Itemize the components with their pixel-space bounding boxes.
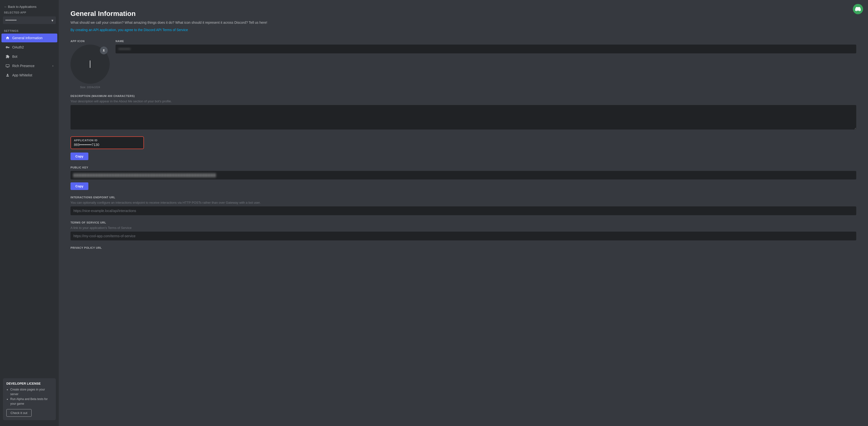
application-id-highlighted-box: APPLICATION ID 869••••••••••7130 — [70, 136, 144, 149]
discord-avatar-icon[interactable] — [853, 4, 863, 14]
sidebar-item-label: General Information — [12, 36, 42, 40]
page-title: General Information — [70, 10, 856, 18]
name-field-label: NAME — [116, 40, 856, 42]
tos-url-input[interactable] — [70, 232, 856, 240]
application-id-value: 869••••••••••7130 — [74, 143, 141, 147]
public-key-value: ████████████████████████████████████████… — [70, 171, 856, 179]
sidebar-item-oauth2[interactable]: OAuth2 — [1, 43, 57, 52]
license-item-2: Run Alpha and Beta tests for your game — [10, 397, 52, 406]
developer-license-list: Create store pages in your server Run Al… — [6, 387, 52, 406]
privacy-policy-section: PRIVACY POLICY URL — [70, 246, 856, 249]
application-id-section: APPLICATION ID 869••••••••••7130 Copy — [70, 136, 856, 160]
sidebar-item-label: OAuth2 — [12, 45, 24, 49]
back-to-applications-link[interactable]: ← Back to Applications — [0, 3, 59, 10]
text-cursor — [90, 60, 90, 68]
tos-link[interactable]: By creating an API application, you agre… — [70, 28, 188, 32]
name-section: NAME •••••••••• — [116, 40, 856, 53]
developer-license-title: DEVELOPER LICENSE — [6, 382, 52, 385]
application-id-label: APPLICATION ID — [74, 139, 141, 142]
sidebar-item-rich-presence[interactable]: Rich Presence › — [1, 61, 57, 70]
home-icon — [5, 36, 10, 40]
app-icon-size-label: Size: 1024x1024 — [80, 86, 100, 89]
developer-license-box: DEVELOPER LICENSE Create store pages in … — [3, 378, 56, 420]
app-icon-label: APP ICON — [70, 40, 85, 42]
app-icon-section: APP ICON Size: 1024x1024 — [70, 40, 110, 89]
license-item-1: Create store pages in your server — [10, 387, 52, 397]
person-icon — [5, 73, 10, 78]
app-selector[interactable]: •••••••••• — [3, 17, 56, 24]
app-icon-upload-area[interactable] — [70, 44, 110, 84]
monitor-icon — [5, 64, 10, 68]
interactions-endpoint-label: INTERACTIONS ENDPOINT URL — [70, 196, 856, 199]
copy-application-id-button[interactable]: Copy — [70, 153, 88, 160]
tos-url-hint: A link to your application's Terms of Se… — [70, 226, 856, 230]
sidebar-item-label: Rich Presence — [12, 64, 34, 68]
description-section: DESCRIPTION (MAXIMUM 400 CHARACTERS) You… — [70, 94, 856, 130]
puzzle-icon — [5, 54, 10, 59]
sidebar-item-general-information[interactable]: General Information — [1, 34, 57, 42]
interactions-endpoint-input[interactable] — [70, 206, 856, 215]
tos-url-section: TERMS OF SERVICE URL A link to your appl… — [70, 221, 856, 240]
sidebar-item-label: App Whitelist — [12, 73, 32, 77]
copy-public-key-button[interactable]: Copy — [70, 182, 88, 190]
app-selector-wrapper: •••••••••• — [3, 17, 56, 24]
page-subtitle: What should we call your creation? What … — [70, 20, 856, 25]
description-hint: Your description will appear in the Abou… — [70, 99, 856, 103]
public-key-section: PUBLIC KEY █████████████████████████████… — [70, 166, 856, 190]
privacy-policy-label: PRIVACY POLICY URL — [70, 246, 856, 249]
sidebar-item-label: Bot — [12, 55, 18, 59]
description-label: DESCRIPTION (MAXIMUM 400 CHARACTERS) — [70, 94, 856, 97]
name-field-blurred: •••••••••• — [116, 44, 856, 53]
public-key-label: PUBLIC KEY — [70, 166, 856, 169]
key-icon — [5, 45, 10, 50]
tos-url-label: TERMS OF SERVICE URL — [70, 221, 856, 224]
selected-app-label: SELECTED APP — [0, 10, 59, 16]
sidebar-item-app-whitelist[interactable]: App Whitelist — [1, 71, 57, 80]
check-it-out-button[interactable]: Check it out — [6, 409, 32, 417]
main-content: General Information What should we call … — [59, 0, 868, 426]
chevron-right-icon: › — [52, 64, 53, 67]
interactions-endpoint-section: INTERACTIONS ENDPOINT URL You can option… — [70, 196, 856, 215]
sidebar: ← Back to Applications SELECTED APP ••••… — [0, 0, 59, 426]
sidebar-item-bot[interactable]: Bot — [1, 52, 57, 61]
icon-name-row: APP ICON Size: 1024x1024 NAME •••••••••• — [70, 40, 856, 89]
description-textarea[interactable] — [70, 105, 856, 129]
settings-label: SETTINGS — [0, 27, 59, 33]
interactions-endpoint-hint: You can optionally configure an interact… — [70, 201, 856, 205]
upload-icon-button[interactable] — [100, 47, 108, 54]
